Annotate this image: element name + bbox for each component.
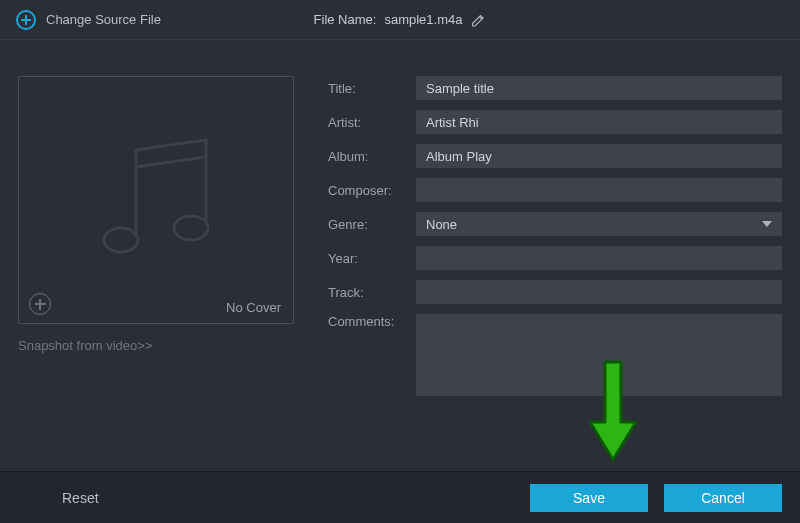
save-button[interactable]: Save xyxy=(530,484,648,512)
header-bar: Change Source File File Name: sample1.m4… xyxy=(0,0,800,40)
track-input[interactable] xyxy=(416,280,782,304)
year-label: Year: xyxy=(328,251,416,266)
edit-filename-button[interactable] xyxy=(470,12,486,28)
footer-bar: Reset Save Cancel xyxy=(0,471,800,523)
change-source-file-button[interactable]: Change Source File xyxy=(16,10,161,30)
track-label: Track: xyxy=(328,285,416,300)
artist-input[interactable] xyxy=(416,110,782,134)
reset-button[interactable]: Reset xyxy=(42,484,119,512)
genre-label: Genre: xyxy=(328,217,416,232)
svg-point-0 xyxy=(104,228,138,252)
snapshot-from-video-link[interactable]: Snapshot from video>> xyxy=(18,338,294,353)
comments-input[interactable] xyxy=(416,314,782,396)
plus-circle-icon xyxy=(16,10,36,30)
music-note-icon xyxy=(81,125,231,275)
composer-label: Composer: xyxy=(328,183,416,198)
genre-value: None xyxy=(426,217,457,232)
comments-label: Comments: xyxy=(328,314,416,329)
file-name-group: File Name: sample1.m4a xyxy=(314,12,487,28)
file-name-value: sample1.m4a xyxy=(384,12,462,27)
composer-input[interactable] xyxy=(416,178,782,202)
genre-select[interactable]: None xyxy=(416,212,782,236)
file-name-label: File Name: xyxy=(314,12,377,27)
cover-column: No Cover Snapshot from video>> xyxy=(18,76,294,406)
main-content: No Cover Snapshot from video>> Title: Ar… xyxy=(0,40,800,406)
change-source-label: Change Source File xyxy=(46,12,161,27)
cover-art-box: No Cover xyxy=(18,76,294,324)
album-input[interactable] xyxy=(416,144,782,168)
add-cover-button[interactable] xyxy=(29,293,51,315)
year-input[interactable] xyxy=(416,246,782,270)
artist-label: Artist: xyxy=(328,115,416,130)
no-cover-label: No Cover xyxy=(226,300,281,315)
chevron-down-icon xyxy=(762,221,772,227)
metadata-form: Title: Artist: Album: Composer: Genre: N… xyxy=(328,76,782,406)
cancel-button[interactable]: Cancel xyxy=(664,484,782,512)
svg-point-1 xyxy=(174,216,208,240)
title-input[interactable] xyxy=(416,76,782,100)
album-label: Album: xyxy=(328,149,416,164)
title-label: Title: xyxy=(328,81,416,96)
